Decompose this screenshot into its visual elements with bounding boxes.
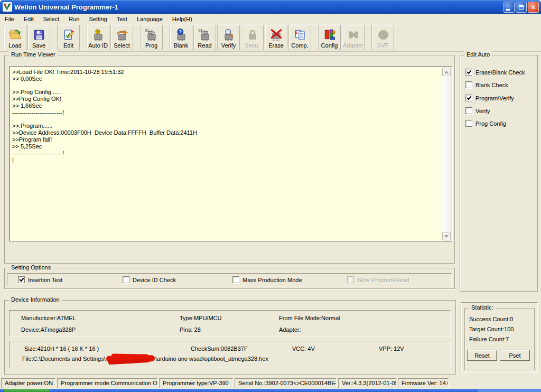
auto-id-button[interactable]: Auto ID	[87, 25, 109, 50]
device-vpp: VPP: 12V	[379, 346, 404, 352]
menu-select[interactable]: Select	[39, 15, 64, 23]
minimize-button[interactable]	[503, 2, 515, 13]
checkbox-blank-check[interactable]: Blank Check	[465, 81, 508, 88]
status-serial-number: Serial No.:3902-0073<>CE000014BE423F	[235, 378, 337, 388]
erase-chip-icon	[269, 28, 283, 42]
read-chip-icon: 01	[198, 28, 212, 42]
maximize-button[interactable]	[516, 2, 527, 13]
device-checksum: CheckSum:0082B37F	[191, 346, 248, 352]
save-button[interactable]: Save	[27, 25, 50, 50]
blank-button[interactable]: ? Blank	[170, 25, 192, 50]
checkbox-label: Blank Check	[475, 82, 508, 88]
setting-options-label: Setting Options	[9, 264, 53, 270]
edit-button[interactable]: Edit	[57, 25, 80, 50]
load-button[interactable]: Load	[4, 25, 26, 50]
close-button[interactable]: ✕	[528, 2, 539, 13]
checkbox-insertion-test[interactable]: Insertion Test	[18, 276, 62, 283]
checkbox-mass-production-mode[interactable]: Mass Production Mode	[232, 276, 302, 283]
menu-help[interactable]: Help(H)	[167, 15, 197, 23]
menu-file[interactable]: File	[0, 15, 19, 23]
menu-language[interactable]: Language	[132, 15, 167, 23]
select-chip-icon	[115, 28, 129, 42]
log-scrollbar[interactable]	[442, 68, 451, 240]
status-version: Ver.:4.3.3(2012-01-09)	[338, 378, 396, 388]
device-information-group: Device Information Manufacturer:ATMEL Ty…	[4, 300, 456, 375]
checkbox-box	[465, 107, 472, 114]
scroll-down-button[interactable]	[442, 232, 451, 240]
app-logo-icon	[3, 2, 12, 12]
toolbar-label: SVF	[377, 42, 388, 49]
checkbox-prog-config[interactable]: Prog Config	[465, 120, 506, 127]
failure-count: Failure Count:7	[469, 336, 509, 342]
security-button: Secu.	[241, 25, 264, 50]
taskbar-tray-area	[478, 389, 541, 392]
edit-note-icon	[62, 28, 76, 42]
checkbox-device-id-check[interactable]: Device ID Check	[123, 276, 176, 283]
save-floppy-icon	[32, 28, 46, 42]
status-adapter-power: Adapter power:ON	[1, 378, 55, 388]
checkbox-label: Program\Verify	[475, 95, 514, 101]
file-path-suffix: \arduino uno wsad\optiboot_atmega328.hex	[155, 356, 268, 362]
checkbox-label: Slow Program/Read	[357, 277, 409, 283]
status-firmware-version: Firmware Ver: 14.0	[398, 378, 449, 388]
load-folder-icon	[8, 28, 22, 42]
checkbox-label: Insertion Test	[28, 277, 62, 283]
select-button[interactable]: Select	[110, 25, 133, 50]
security-lock-icon	[246, 28, 259, 42]
success-count: Success Count:0	[469, 316, 513, 322]
device-manufacturer: Manufacturer:ATMEL	[21, 315, 76, 321]
menu-edit[interactable]: Edit	[19, 15, 39, 23]
checkbox-label: Erase\Blank Check	[475, 69, 525, 76]
edit-auto-label: Edit Auto	[464, 51, 492, 58]
run-time-log[interactable]: >>Load File OK! Time:2011-10-28 19:51:32…	[9, 67, 452, 241]
device-size: Size:4210H * 16 ( 16 K * 16 )	[24, 346, 99, 352]
menu-test[interactable]: Test	[112, 15, 132, 23]
toolbar-label: Comp.	[291, 42, 308, 49]
device-information-label: Device Information	[9, 296, 62, 303]
toolbar-label: Auto ID	[88, 42, 108, 49]
checkbox-erase-blank-check[interactable]: Erase\Blank Check	[465, 69, 525, 76]
close-icon: ✕	[530, 4, 536, 11]
checkbox-label: Mass Production Mode	[242, 277, 302, 283]
toolbar: Load Save Edit Auto ID	[0, 24, 541, 52]
prog-button[interactable]: 01 Prog	[140, 25, 163, 50]
compare-button[interactable]: ≠ Comp.	[288, 25, 311, 50]
device-info-panel: Manufacturer:ATMEL Type:MPU/MCU From Fil…	[9, 310, 451, 337]
title-bar: Wellon Universal Programmer-1 ✕	[0, 0, 541, 14]
device-pins: Pins: 28	[180, 326, 201, 333]
svg-text:01: 01	[198, 29, 202, 32]
pset-button[interactable]: Pset	[500, 350, 530, 361]
target-count: Target Count:100	[469, 326, 514, 332]
toolbar-label: Prog	[145, 42, 157, 49]
minimize-icon	[506, 9, 510, 11]
log-text: >>Load File OK! Time:2011-10-28 19:51:32…	[12, 69, 440, 163]
checkbox-verify[interactable]: Verify	[465, 107, 490, 114]
run-time-viewer-label: Run Time Viewer	[9, 51, 58, 58]
config-button[interactable]: Config	[318, 25, 341, 50]
erase-button[interactable]: Erase	[265, 25, 287, 50]
verify-button[interactable]: Verify	[217, 25, 240, 50]
checkbox-slow-program-read: Slow Program/Read	[347, 276, 409, 283]
checkbox-box	[465, 81, 472, 88]
auto-id-chip-icon	[91, 28, 105, 42]
menu-setting[interactable]: Setting	[84, 15, 111, 23]
toolbar-label: Blank	[174, 42, 189, 49]
svg-text:?: ?	[179, 29, 181, 34]
status-programmer-type: Programmer type:VP-390	[159, 378, 233, 388]
scroll-up-icon	[444, 71, 449, 73]
toolbar-label: Select	[114, 42, 130, 49]
device-name: Device:ATmega328P	[21, 326, 76, 333]
menu-run[interactable]: Run	[64, 15, 84, 23]
checkbox-box	[465, 95, 472, 101]
start-button[interactable]	[4, 389, 50, 392]
checkbox-program-verify[interactable]: Program\Verify	[465, 95, 514, 101]
device-type: Type:MPU/MCU	[180, 315, 221, 321]
setting-options-group: Setting Options Insertion Test Device ID…	[4, 268, 455, 289]
statistic-label: Statistic:	[469, 304, 496, 311]
reset-button[interactable]: Reset	[467, 350, 497, 361]
read-button[interactable]: 01 Read	[193, 25, 216, 50]
verify-chip-icon	[222, 28, 236, 42]
checkbox-label: Prog Config	[475, 120, 506, 127]
scroll-up-button[interactable]	[442, 68, 451, 76]
compare-documents-icon: ≠	[293, 28, 307, 42]
